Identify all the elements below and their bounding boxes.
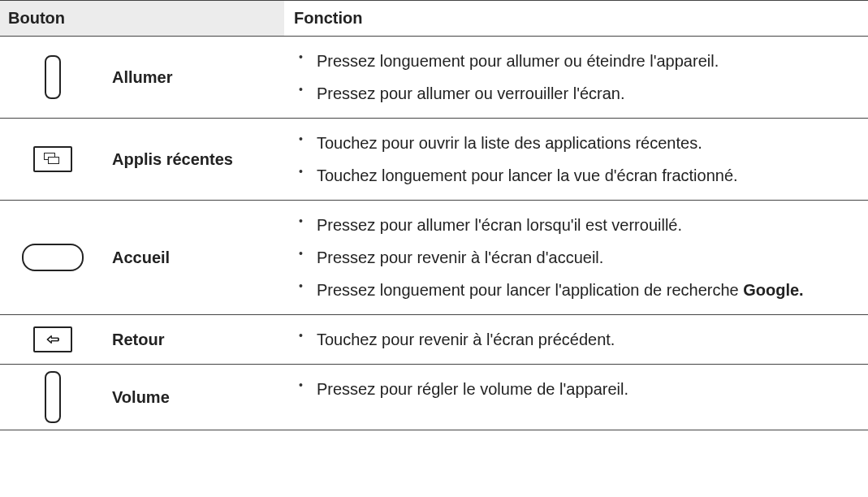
button-col: Volume [0, 365, 284, 430]
volume-icon [8, 371, 97, 423]
function-col: Pressez pour allumer l'écran lorsqu'il e… [284, 201, 868, 314]
table-row: Accueil Pressez pour allumer l'écran lor… [0, 201, 868, 315]
function-col: Pressez pour régler le volume de l'appar… [284, 365, 868, 430]
function-item: Touchez longuement pour lancer la vue d'… [294, 159, 858, 192]
function-item-bold: Google. [743, 281, 803, 299]
function-col: Pressez longuement pour allumer ou étein… [284, 37, 868, 118]
function-col: Touchez pour ouvrir la liste des applica… [284, 119, 868, 200]
home-icon [8, 244, 97, 271]
table-row: Applis récentes Touchez pour ouvrir la l… [0, 119, 868, 201]
function-list: Pressez pour allumer l'écran lorsqu'il e… [294, 209, 858, 306]
button-col: Retour [0, 315, 284, 364]
button-name: Retour [97, 331, 164, 349]
function-item: Touchez pour ouvrir la liste des applica… [294, 127, 858, 159]
function-col: Touchez pour revenir à l'écran précédent… [284, 315, 868, 364]
button-name: Allumer [97, 68, 172, 87]
function-list: Touchez pour revenir à l'écran précédent… [294, 323, 858, 356]
function-item: Pressez pour allumer l'écran lorsqu'il e… [294, 209, 858, 241]
buttons-table: Bouton Fonction Allumer Pressez longueme… [0, 0, 868, 430]
button-col: Allumer [0, 37, 284, 118]
function-list: Pressez pour régler le volume de l'appar… [294, 373, 858, 405]
table-row: Retour Touchez pour revenir à l'écran pr… [0, 315, 868, 365]
function-item: Touchez pour revenir à l'écran précédent… [294, 323, 858, 356]
table-row: Allumer Pressez longuement pour allumer … [0, 37, 868, 119]
header-button-label: Bouton [8, 9, 65, 28]
button-name: Volume [97, 388, 170, 407]
table-header-row: Bouton Fonction [0, 0, 868, 37]
function-item-text: Pressez longuement pour lancer l'applica… [317, 281, 743, 299]
function-list: Touchez pour ouvrir la liste des applica… [294, 127, 858, 192]
function-item: Pressez longuement pour allumer ou étein… [294, 45, 858, 77]
button-name: Accueil [97, 248, 170, 267]
function-list: Pressez longuement pour allumer ou étein… [294, 45, 858, 110]
header-button-col: Bouton [0, 1, 284, 36]
recent-apps-icon [8, 146, 97, 172]
button-col: Applis récentes [0, 119, 284, 200]
function-item: Pressez pour régler le volume de l'appar… [294, 373, 858, 405]
function-item: Pressez pour revenir à l'écran d'accueil… [294, 241, 858, 274]
back-icon [8, 326, 97, 352]
header-function-label: Fonction [294, 9, 362, 27]
function-item: Pressez longuement pour lancer l'applica… [294, 274, 858, 306]
header-function-col: Fonction [284, 1, 868, 36]
table-row: Volume Pressez pour régler le volume de … [0, 365, 868, 430]
function-item: Pressez pour allumer ou verrouiller l'éc… [294, 77, 858, 110]
button-name: Applis récentes [97, 150, 233, 169]
power-icon [8, 55, 97, 99]
button-col: Accueil [0, 201, 284, 314]
